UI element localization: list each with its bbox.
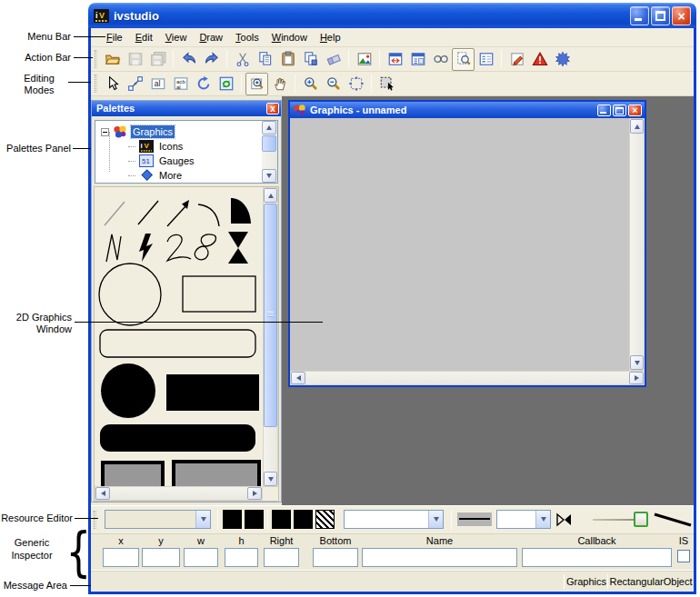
edit-button[interactable] xyxy=(505,48,528,71)
scroll-up-icon[interactable] xyxy=(630,119,644,134)
scrollbar-thumb[interactable] xyxy=(262,135,276,152)
shape-palette-vscrollbar[interactable] xyxy=(263,187,278,487)
graphics-hscrollbar[interactable] xyxy=(290,371,645,385)
save-button[interactable] xyxy=(124,48,146,71)
palette-shape-line[interactable] xyxy=(138,201,158,224)
refresh-mode-button[interactable] xyxy=(215,73,237,95)
tree-collapse-icon[interactable] xyxy=(101,128,109,136)
maximize-button[interactable] xyxy=(651,6,670,25)
window-properties-button[interactable] xyxy=(406,48,429,71)
x-field[interactable] xyxy=(103,548,139,567)
copy-button[interactable] xyxy=(254,48,276,71)
palette-shape-rounded-rectangle[interactable] xyxy=(100,330,255,357)
save-all-button[interactable] xyxy=(146,48,169,71)
text-mode-button[interactable]: al xyxy=(146,73,169,95)
palette-shape-filled-pie[interactable] xyxy=(231,198,251,224)
tree-label-graphics[interactable]: Graphics xyxy=(131,125,175,138)
menu-file[interactable]: File xyxy=(100,29,129,46)
palette-shape-filled-rounded-rectangle[interactable] xyxy=(100,424,255,452)
scroll-down-icon[interactable] xyxy=(630,355,644,370)
scrollbar-thumb[interactable] xyxy=(264,204,277,427)
font-combo[interactable] xyxy=(344,510,444,529)
multiline-text-mode-button[interactable]: acbal xyxy=(169,73,192,95)
close-button[interactable]: × xyxy=(672,6,691,25)
foreground-color-swatch[interactable] xyxy=(223,510,242,529)
zoom-document-button[interactable] xyxy=(452,48,475,71)
graphics-close-button[interactable]: × xyxy=(628,104,642,116)
menu-edit[interactable]: Edit xyxy=(129,29,159,46)
minimize-button[interactable] xyxy=(630,6,649,25)
palette-shape-arrow[interactable] xyxy=(167,200,189,226)
menu-help[interactable]: Help xyxy=(314,29,347,46)
chevron-down-icon[interactable] xyxy=(428,511,443,528)
paste-button[interactable] xyxy=(276,48,299,71)
graphics-maximize-button[interactable] xyxy=(613,104,626,116)
y-field[interactable] xyxy=(142,548,180,567)
slider-thumb[interactable] xyxy=(634,512,648,527)
line-color-swatch[interactable] xyxy=(272,510,291,529)
palette-shape-closed-spline[interactable] xyxy=(195,234,215,260)
toolbar-grip[interactable] xyxy=(95,75,97,93)
erase-button[interactable] xyxy=(322,48,345,71)
undo-button[interactable] xyxy=(177,48,200,71)
chevron-down-icon[interactable] xyxy=(195,511,210,528)
palette-shape-circle[interactable] xyxy=(99,264,161,325)
w-field[interactable] xyxy=(184,548,218,567)
fill-pattern-swatch[interactable] xyxy=(315,510,335,529)
graphics-titlebar[interactable]: Graphics - unnamed × xyxy=(290,102,645,118)
arrow-style-icon[interactable] xyxy=(556,512,572,527)
h-field[interactable] xyxy=(225,548,258,567)
duplicate-button[interactable] xyxy=(299,48,322,71)
toolbar-grip[interactable] xyxy=(95,50,97,68)
palettes-titlebar[interactable]: Palettes x xyxy=(92,101,281,116)
drag-select-mode-button[interactable] xyxy=(375,73,398,95)
tree-item-gauges[interactable]: 51 Gauges xyxy=(128,154,196,168)
graphics-canvas[interactable] xyxy=(290,118,629,371)
graphics-vscrollbar[interactable] xyxy=(629,118,645,371)
palette-shape-filled-circle[interactable] xyxy=(101,363,155,418)
error-log-button[interactable] xyxy=(528,48,551,71)
line-width-combo[interactable] xyxy=(496,510,551,529)
tree-item-graphics[interactable]: Graphics xyxy=(101,124,175,139)
is-checkbox[interactable] xyxy=(677,550,690,562)
graphics-minimize-button[interactable] xyxy=(597,104,611,116)
right-field[interactable] xyxy=(264,548,299,567)
palette-shape-filled-spline[interactable] xyxy=(228,232,248,264)
menu-window[interactable]: Window xyxy=(265,29,314,46)
palettes-close-icon[interactable]: x xyxy=(266,103,279,114)
line-style-preview[interactable] xyxy=(457,512,492,526)
rotate-mode-button[interactable] xyxy=(192,73,215,95)
redo-button[interactable] xyxy=(200,48,223,71)
open-button[interactable] xyxy=(101,48,124,71)
debug-button[interactable] xyxy=(551,48,574,71)
tree-item-more[interactable]: More xyxy=(128,168,184,183)
arc-fill-icon[interactable] xyxy=(575,512,590,528)
palette-shape-arc[interactable] xyxy=(198,204,219,226)
tree-label-icons[interactable]: Icons xyxy=(157,140,185,153)
fill-color-swatch[interactable] xyxy=(294,510,313,529)
zoom-in-button[interactable] xyxy=(299,73,322,95)
zoom-region-mode-button[interactable] xyxy=(245,73,268,95)
callback-field[interactable] xyxy=(522,548,672,567)
select-mode-button[interactable] xyxy=(101,73,124,95)
palette-shape-rectangle[interactable] xyxy=(183,276,255,312)
palette-shape-filled-polygon[interactable] xyxy=(139,234,153,262)
resource-combo[interactable] xyxy=(105,510,211,529)
menu-draw[interactable]: Draw xyxy=(193,29,229,46)
toolbar-grip[interactable] xyxy=(94,511,96,529)
palette-shape-polyline[interactable] xyxy=(106,234,121,262)
scroll-down-icon[interactable] xyxy=(264,472,277,486)
palette-shape-filled-rectangle[interactable] xyxy=(166,374,259,411)
shape-palette-hscrollbar[interactable] xyxy=(95,486,263,501)
pan-mode-button[interactable] xyxy=(268,73,291,95)
image-button[interactable] xyxy=(353,48,375,71)
chevron-down-icon[interactable] xyxy=(535,511,550,528)
tree-item-icons[interactable]: iV Icons xyxy=(128,139,185,154)
find-button[interactable] xyxy=(429,48,452,71)
list-properties-button[interactable] xyxy=(475,48,497,71)
palette-shape-open-spline[interactable] xyxy=(167,234,191,261)
scroll-left-icon[interactable] xyxy=(291,372,305,384)
tree-scrollbar[interactable] xyxy=(262,121,277,183)
scroll-down-icon[interactable] xyxy=(262,169,276,183)
menu-tools[interactable]: Tools xyxy=(229,29,265,46)
